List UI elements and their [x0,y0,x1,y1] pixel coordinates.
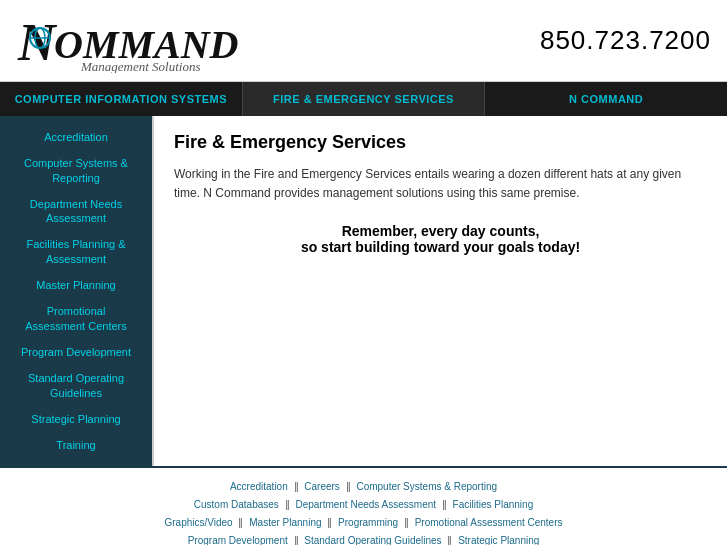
content-body: Working in the Fire and Emergency Servic… [174,165,707,203]
footer-line-1: Accreditation ‖ Careers ‖ Computer Syste… [20,478,707,496]
sidebar-item-promotional[interactable]: PromotionalAssessment Centers [0,298,152,339]
footer-link-facilities[interactable]: Facilities Planning [453,499,534,510]
footer-link-sog[interactable]: Standard Operating Guidelines [304,535,441,545]
sidebar-item-standard-operating[interactable]: Standard OperatingGuidelines [0,365,152,406]
footer: Accreditation ‖ Careers ‖ Computer Syste… [0,466,727,545]
footer-link-computer-systems[interactable]: Computer Systems & Reporting [356,481,497,492]
main-layout: Accreditation Computer Systems &Reportin… [0,116,727,466]
sidebar-item-accreditation[interactable]: Accreditation [0,124,152,150]
logo-svg: N OMMAND Management Solutions [16,8,276,73]
logo-wrapper: N OMMAND Management Solutions [16,8,276,73]
sidebar-item-dept-needs[interactable]: Department NeedsAssessment [0,191,152,232]
header: N OMMAND Management Solutions 850.723.72… [0,0,727,82]
svg-text:N: N [17,14,58,71]
footer-link-master-planning[interactable]: Master Planning [249,517,321,528]
footer-link-program-dev[interactable]: Program Development [188,535,288,545]
sidebar-item-computer-systems[interactable]: Computer Systems &Reporting [0,150,152,191]
footer-line-2: Custom Databases ‖ Department Needs Asse… [20,496,707,514]
nav-bar: COMPUTER INFORMATION SYSTEMS FIRE & EMER… [0,82,727,116]
sidebar-item-strategic[interactable]: Strategic Planning [0,406,152,432]
footer-link-strategic[interactable]: Strategic Planning [458,535,539,545]
nav-item-computer[interactable]: COMPUTER INFORMATION SYSTEMS [0,82,243,116]
footer-link-promotional[interactable]: Promotional Assessment Centers [415,517,563,528]
highlight-line2: so start building toward your goals toda… [174,239,707,255]
sidebar: Accreditation Computer Systems &Reportin… [0,116,152,466]
footer-line-3: Graphics/Video ‖ Master Planning ‖ Progr… [20,514,707,532]
footer-link-graphics[interactable]: Graphics/Video [164,517,232,528]
footer-link-careers[interactable]: Careers [304,481,340,492]
sidebar-item-training[interactable]: Training [0,432,152,458]
svg-text:Management Solutions: Management Solutions [80,59,201,73]
footer-line-4: Program Development ‖ Standard Operating… [20,532,707,545]
content-area: Fire & Emergency Services Working in the… [152,116,727,466]
footer-link-programming[interactable]: Programming [338,517,398,528]
footer-link-custom-db[interactable]: Custom Databases [194,499,279,510]
content-title: Fire & Emergency Services [174,132,707,153]
footer-link-dept-needs[interactable]: Department Needs Assessment [295,499,436,510]
highlight-line1: Remember, every day counts, [174,223,707,239]
nav-item-fire[interactable]: FIRE & EMERGENCY SERVICES [243,82,486,116]
sidebar-item-facilities[interactable]: Facilities Planning &Assessment [0,231,152,272]
sidebar-item-program-dev[interactable]: Program Development [0,339,152,365]
phone-number: 850.723.7200 [540,25,711,56]
nav-item-ncommand[interactable]: N COMMAND [485,82,727,116]
sidebar-item-master-planning[interactable]: Master Planning [0,272,152,298]
footer-link-accreditation[interactable]: Accreditation [230,481,288,492]
content-highlight: Remember, every day counts, so start bui… [174,223,707,255]
